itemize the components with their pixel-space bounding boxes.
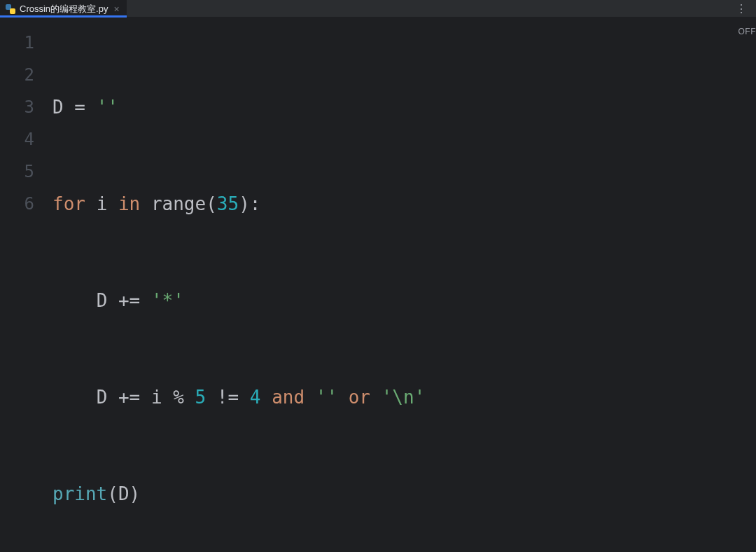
editor-body: OFF 1 2 3 4 5 6 D = '' for i in range(35… bbox=[0, 17, 756, 552]
code-line: print(D) bbox=[52, 478, 756, 510]
code-line: D += i % 5 != 4 and '' or '\n' bbox=[52, 381, 756, 413]
line-number[interactable]: 4 bbox=[0, 123, 34, 156]
editor-inlay-right: OFF bbox=[738, 27, 757, 36]
python-file-icon bbox=[6, 4, 15, 14]
more-vertical-icon[interactable]: ⋮ bbox=[736, 3, 748, 15]
code-line: D = '' bbox=[52, 91, 756, 123]
editor-tab-bar: Crossin的编程教室.py × ⋮ bbox=[0, 0, 756, 17]
editor-tab[interactable]: Crossin的编程教室.py × bbox=[0, 0, 127, 17]
code-line: for i in range(35): bbox=[52, 188, 756, 220]
code-line: D += '*' bbox=[52, 284, 756, 317]
line-number[interactable]: 3 bbox=[0, 91, 34, 123]
editor-tab-filename: Crossin的编程教室.py bbox=[20, 3, 108, 15]
line-number[interactable]: 5 bbox=[0, 156, 34, 188]
line-number[interactable]: 6 bbox=[0, 188, 34, 220]
line-number[interactable]: 2 bbox=[0, 59, 34, 91]
line-number[interactable]: 1 bbox=[0, 27, 34, 59]
code-area[interactable]: D = '' for i in range(35): D += '*' D +=… bbox=[52, 27, 756, 552]
line-number-gutter: 1 2 3 4 5 6 bbox=[0, 27, 52, 552]
code-editor-panel: Crossin的编程教室.py × ⋮ OFF 1 2 3 4 5 6 D = … bbox=[0, 0, 756, 552]
editor-tab-actions: ⋮ bbox=[736, 2, 756, 15]
close-tab-icon[interactable]: × bbox=[112, 4, 119, 14]
